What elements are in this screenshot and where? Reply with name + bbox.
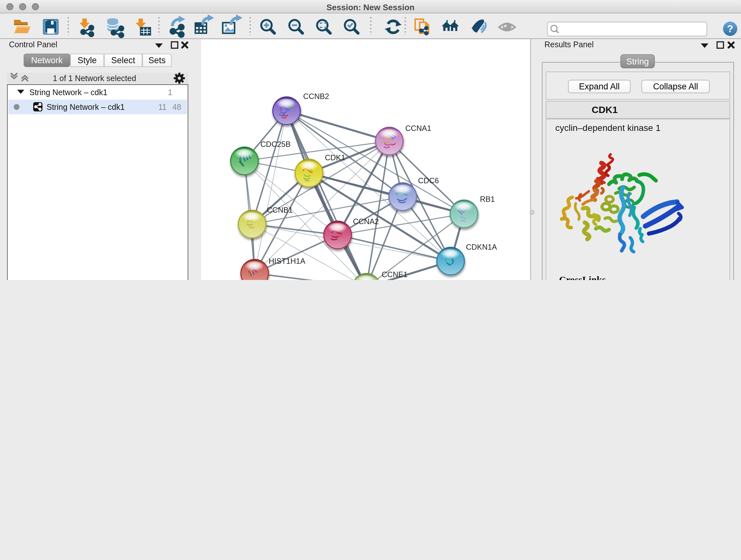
svg-text:CCNA2: CCNA2 <box>353 217 379 226</box>
svg-text:CDKN1A: CDKN1A <box>466 243 497 251</box>
svg-text:?: ? <box>727 23 733 35</box>
svg-text:CCNE1: CCNE1 <box>382 270 408 279</box>
svg-text:CDC6: CDC6 <box>418 176 439 185</box>
svg-text:RB1: RB1 <box>480 195 495 203</box>
svg-text:CDK1: CDK1 <box>325 153 345 162</box>
svg-text:HIST1H1A: HIST1H1A <box>269 257 306 265</box>
svg-text:CCNA1: CCNA1 <box>405 124 431 132</box>
svg-text:CCNB1: CCNB1 <box>267 206 293 214</box>
svg-text:CDC25B: CDC25B <box>260 140 291 148</box>
svg-text:CCNB2: CCNB2 <box>303 92 329 101</box>
